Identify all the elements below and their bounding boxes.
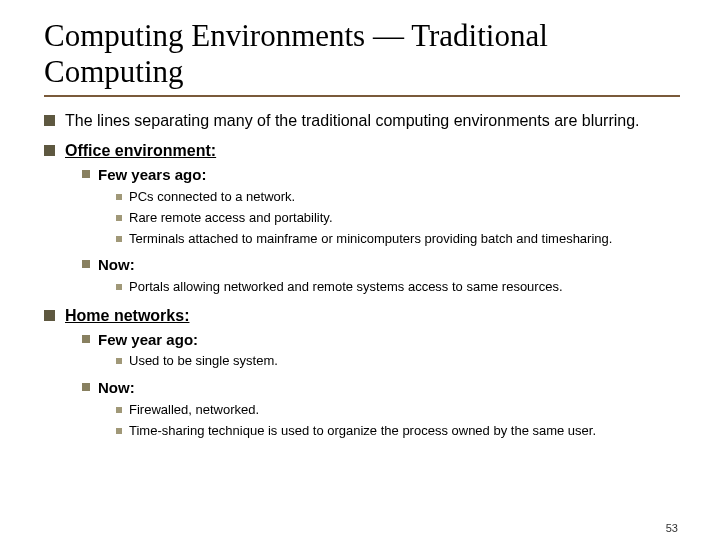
square-bullet-icon bbox=[116, 407, 122, 413]
bullet-l2: Now: bbox=[82, 378, 680, 398]
square-bullet-icon bbox=[116, 236, 122, 242]
square-bullet-icon bbox=[116, 284, 122, 290]
slide-title: Computing Environments — Traditional Com… bbox=[44, 18, 680, 89]
bullet-l3: PCs connected to a network. bbox=[116, 189, 680, 206]
square-bullet-icon bbox=[82, 335, 90, 343]
square-bullet-icon bbox=[82, 383, 90, 391]
square-bullet-icon bbox=[82, 170, 90, 178]
bullet-text: PCs connected to a network. bbox=[129, 189, 295, 206]
bullet-text: Rare remote access and portability. bbox=[129, 210, 333, 227]
bullet-text-heading: Office environment: bbox=[65, 141, 216, 161]
bullet-text: Few year ago: bbox=[98, 330, 198, 350]
bullet-l3: Rare remote access and portability. bbox=[116, 210, 680, 227]
bullet-l2: Few year ago: bbox=[82, 330, 680, 350]
square-bullet-icon bbox=[116, 194, 122, 200]
square-bullet-icon bbox=[44, 145, 55, 156]
bullet-text: Now: bbox=[98, 255, 135, 275]
bullet-text: Now: bbox=[98, 378, 135, 398]
bullet-l3: Used to be single system. bbox=[116, 353, 680, 370]
bullet-l1: The lines separating many of the traditi… bbox=[44, 111, 680, 131]
square-bullet-icon bbox=[116, 428, 122, 434]
bullet-text: Few years ago: bbox=[98, 165, 206, 185]
bullet-l1: Home networks: bbox=[44, 306, 680, 326]
bullet-text: Time-sharing technique is used to organi… bbox=[129, 423, 596, 440]
square-bullet-icon bbox=[82, 260, 90, 268]
square-bullet-icon bbox=[116, 215, 122, 221]
bullet-text: The lines separating many of the traditi… bbox=[65, 111, 640, 131]
square-bullet-icon bbox=[44, 310, 55, 321]
bullet-text: Portals allowing networked and remote sy… bbox=[129, 279, 563, 296]
bullet-text: Used to be single system. bbox=[129, 353, 278, 370]
bullet-l2: Few years ago: bbox=[82, 165, 680, 185]
bullet-l3: Time-sharing technique is used to organi… bbox=[116, 423, 680, 440]
title-underline bbox=[44, 95, 680, 97]
page-number: 53 bbox=[666, 522, 678, 534]
bullet-text: Terminals attached to mainframe or minic… bbox=[129, 231, 612, 248]
bullet-l3: Firewalled, networked. bbox=[116, 402, 680, 419]
bullet-l1: Office environment: bbox=[44, 141, 680, 161]
bullet-l2: Now: bbox=[82, 255, 680, 275]
bullet-l3: Terminals attached to mainframe or minic… bbox=[116, 231, 680, 248]
bullet-l3: Portals allowing networked and remote sy… bbox=[116, 279, 680, 296]
square-bullet-icon bbox=[44, 115, 55, 126]
square-bullet-icon bbox=[116, 358, 122, 364]
bullet-text-heading: Home networks: bbox=[65, 306, 189, 326]
bullet-text: Firewalled, networked. bbox=[129, 402, 259, 419]
